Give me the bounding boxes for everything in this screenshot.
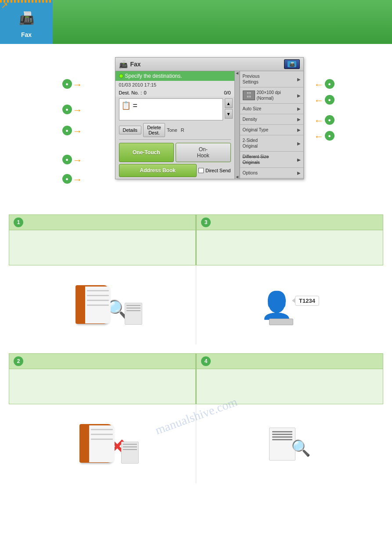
right-item-resolution[interactable]: ⠿⠿⠿⠿ 200×100 dpi(Normal) ▶ bbox=[240, 87, 303, 104]
illustration-1: 🔍 bbox=[9, 265, 196, 345]
book2-line-1 bbox=[91, 429, 113, 430]
options-label: Options bbox=[243, 170, 297, 176]
details-button[interactable]: Details bbox=[119, 126, 142, 134]
dialog-body: Specify the destinations. 01/03 2010 17:… bbox=[115, 71, 303, 179]
section-2-header: 2 bbox=[9, 353, 196, 369]
scroll-buttons: ▲ ▼ bbox=[225, 98, 233, 120]
dialog-right-panel: PreviousSettings ▶ ⠿⠿⠿⠿ 200×100 dpi(Norm… bbox=[240, 71, 303, 179]
arrow-2: → bbox=[73, 105, 83, 116]
auto-size-label: Auto Size bbox=[243, 106, 297, 112]
header-green-bar bbox=[53, 0, 392, 44]
right-item-auto-size[interactable]: Auto Size ▶ bbox=[240, 104, 303, 114]
delete-dest-button[interactable]: DeleteDest. bbox=[143, 123, 165, 137]
arrow-5: → bbox=[73, 174, 83, 185]
doc2-line-1 bbox=[123, 444, 137, 445]
address-book-button[interactable]: Address Book bbox=[119, 164, 197, 177]
right-item-original-type[interactable]: Original Type ▶ bbox=[240, 125, 303, 135]
doc-line-2 bbox=[126, 308, 140, 308]
left-bullets: ● → ● → ● → ● → ● → bbox=[62, 79, 83, 185]
bullet-5: ● bbox=[62, 174, 72, 184]
dest-input-icon: 📋 = bbox=[121, 101, 138, 110]
right-item-options[interactable]: Options ▶ bbox=[240, 168, 303, 178]
dialog-titlebar: 📠 Fax 📠 bbox=[115, 58, 303, 71]
right-item-density[interactable]: Density ▶ bbox=[240, 114, 303, 125]
doc-stack bbox=[125, 303, 142, 325]
prev-settings-label: PreviousSettings bbox=[243, 73, 297, 85]
person-bubble-icon: 👤 T1234 bbox=[260, 290, 319, 321]
direct-send-checkbox[interactable] bbox=[198, 168, 204, 173]
dialog-status-bar: Specify the destinations. bbox=[115, 71, 234, 81]
scroll-down-button[interactable]: ▼ bbox=[225, 109, 233, 119]
illustrations-row1: 🔍 👤 T1234 bbox=[9, 265, 383, 345]
section-3-col: 3 bbox=[196, 214, 383, 265]
on-hook-button[interactable]: On-Hook bbox=[176, 143, 231, 162]
arrow-3: → bbox=[73, 126, 83, 137]
bottom-grid-row1: 1 3 bbox=[9, 214, 383, 265]
right-arrow-2: ← bbox=[314, 95, 324, 106]
resolution-label: 200×100 dpi(Normal) bbox=[257, 90, 297, 101]
doc-search-line-1 bbox=[272, 431, 292, 432]
arrow-1: → bbox=[73, 79, 83, 91]
prev-settings-arrow: ▶ bbox=[297, 77, 301, 82]
right-bullet-2: ● bbox=[325, 95, 334, 105]
section-2-num: 2 bbox=[14, 356, 23, 366]
header-tab-label: Fax bbox=[21, 31, 32, 38]
section-1-header: 1 bbox=[9, 214, 196, 230]
bullet-2: ● bbox=[62, 105, 72, 114]
status-dot bbox=[119, 74, 123, 78]
status-message: Specify the destinations. bbox=[125, 73, 182, 79]
section-3-header: 3 bbox=[196, 214, 383, 230]
density-label: Density bbox=[243, 116, 297, 122]
section-3-body bbox=[196, 230, 383, 265]
book-line-1 bbox=[87, 290, 109, 291]
btn-row-1: One-Touch On-Hook bbox=[119, 143, 231, 162]
mid-scroll-down: ◀ bbox=[236, 175, 238, 179]
btn-row-2: Address Book Direct Send bbox=[119, 164, 231, 177]
bullet-1: ● bbox=[62, 79, 72, 89]
bullet-4: ● bbox=[62, 155, 72, 164]
resolution-arrow: ▶ bbox=[297, 93, 301, 98]
book-line-4 bbox=[87, 305, 109, 306]
illustrations-row2: ✕ 🔍 bbox=[9, 404, 383, 483]
section-2-col: 2 bbox=[9, 353, 196, 404]
dialog-left-panel: Specify the destinations. 01/03 2010 17:… bbox=[115, 71, 234, 179]
book2-line-2 bbox=[91, 434, 113, 435]
tone-label: Tone bbox=[167, 127, 177, 133]
right-bullets: ← ● ← ● ← ● ← ● bbox=[314, 79, 334, 142]
right-arrow-3: ← bbox=[314, 115, 324, 127]
section-1-body bbox=[9, 230, 196, 265]
dialog-title-text: Fax bbox=[130, 61, 141, 68]
diff-size-arrow: ▶ bbox=[297, 157, 301, 162]
illustration-4: 🔍 bbox=[196, 404, 383, 483]
right-arrow-1: ← bbox=[314, 79, 324, 91]
speech-bubble: T1234 bbox=[295, 296, 319, 306]
dialog-title: 📠 Fax bbox=[119, 60, 141, 69]
section-4-body bbox=[196, 369, 383, 404]
section-4-col: 4 bbox=[196, 353, 383, 404]
dialog-close-button[interactable]: 📠 bbox=[284, 59, 300, 69]
scroll-up-button[interactable]: ▲ bbox=[225, 98, 233, 108]
doc-search-icon: 🔍 bbox=[269, 428, 311, 461]
arrow-4: → bbox=[73, 155, 83, 166]
r-label: R bbox=[181, 127, 184, 133]
right-item-diff-size[interactable]: Different SizeOriginals ▶ bbox=[240, 152, 303, 168]
density-arrow: ▶ bbox=[297, 117, 301, 122]
dialog-input-area: 📋 = ▲ ▼ bbox=[119, 98, 233, 120]
one-touch-button[interactable]: One-Touch bbox=[119, 143, 174, 162]
right-item-previous-settings[interactable]: PreviousSettings ▶ bbox=[240, 71, 303, 87]
fax-dialog: 📠 Fax 📠 Specify the destinations. bbox=[115, 57, 304, 179]
book-line-2 bbox=[87, 295, 109, 296]
section-2-body bbox=[9, 369, 196, 404]
section-3-num: 3 bbox=[201, 218, 211, 227]
dest-input-box[interactable]: 📋 = bbox=[119, 98, 223, 120]
direct-send-row: Direct Send bbox=[198, 164, 230, 177]
doc-search-line-2 bbox=[272, 434, 292, 435]
book-pages-2 bbox=[89, 425, 115, 462]
dialog-datetime: 01/03 2010 17:15 bbox=[115, 81, 234, 89]
fax-icon: 📠 bbox=[13, 6, 40, 30]
right-item-2sided[interactable]: 2-SidedOriginal ▶ bbox=[240, 135, 303, 152]
bubble-text: T1234 bbox=[299, 297, 315, 304]
book-pages bbox=[85, 287, 111, 323]
diff-size-label: Different SizeOriginals bbox=[243, 154, 297, 165]
dest-count: 0/0 bbox=[224, 90, 230, 95]
